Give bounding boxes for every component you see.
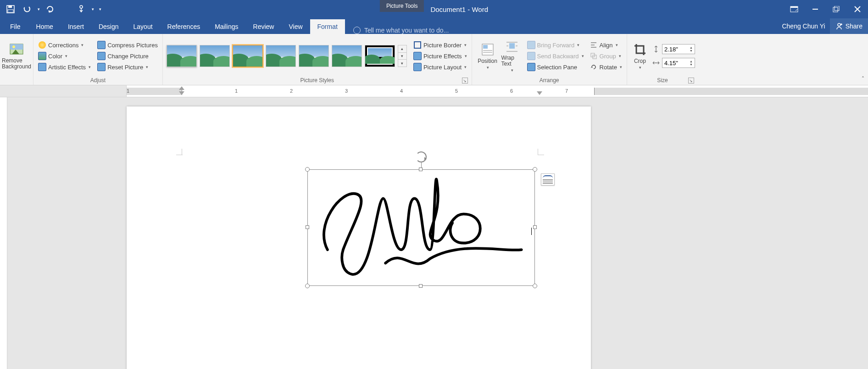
document-title: Document1 - Word bbox=[430, 6, 488, 13]
compress-pictures-button[interactable]: Compress Pictures bbox=[95, 40, 160, 50]
qat-customize[interactable]: ▾ bbox=[96, 1, 104, 17]
align-button[interactable]: Align▾ bbox=[588, 40, 624, 50]
layout-options-button[interactable] bbox=[541, 173, 555, 185]
selection-pane-button[interactable]: Selection Pane bbox=[525, 62, 586, 72]
tab-file[interactable]: File bbox=[2, 19, 29, 34]
style-thumb-4[interactable] bbox=[266, 45, 296, 67]
rotate-icon bbox=[590, 63, 597, 71]
tab-layout[interactable]: Layout bbox=[126, 19, 160, 34]
touch-dropdown[interactable]: ▾ bbox=[90, 1, 95, 17]
style-thumb-2[interactable] bbox=[200, 45, 230, 67]
quick-access-toolbar: ▾ ▾ ▾ bbox=[0, 1, 104, 17]
artistic-effects-button[interactable]: Artistic Effects▾ bbox=[36, 62, 93, 72]
page[interactable] bbox=[127, 106, 591, 369]
right-indent[interactable] bbox=[537, 91, 542, 95]
ribbon-display-options[interactable] bbox=[784, 0, 805, 18]
handle-mid-left[interactable] bbox=[306, 225, 309, 229]
ruler-area: 1 1 2 3 4 5 6 7 bbox=[0, 85, 868, 97]
effects-icon bbox=[413, 52, 422, 60]
collapse-ribbon[interactable]: ˄ bbox=[862, 76, 864, 82]
svg-rect-1 bbox=[8, 6, 12, 8]
picture-styles-gallery[interactable]: ▴▾▾ bbox=[166, 36, 408, 76]
svg-rect-13 bbox=[10, 44, 23, 50]
tell-me-search[interactable]: Tell me what you want to do... bbox=[345, 27, 778, 34]
first-line-indent[interactable] bbox=[179, 86, 184, 90]
reset-picture-icon bbox=[97, 63, 106, 71]
vertical-ruler[interactable] bbox=[0, 97, 7, 369]
change-picture-button[interactable]: Change Picture bbox=[95, 51, 160, 61]
color-button[interactable]: Color▾ bbox=[36, 51, 93, 61]
picture-layout-button[interactable]: Picture Layout▾ bbox=[412, 62, 469, 72]
svg-rect-17 bbox=[483, 45, 488, 49]
redo-button[interactable] bbox=[42, 1, 58, 17]
tab-design[interactable]: Design bbox=[91, 19, 126, 34]
picture-border-button[interactable]: Picture Border▾ bbox=[412, 40, 469, 50]
group-label-size: Size↘ bbox=[630, 76, 695, 85]
handle-mid-right[interactable] bbox=[533, 225, 537, 229]
close-button[interactable] bbox=[847, 0, 868, 18]
tab-home[interactable]: Home bbox=[29, 19, 61, 34]
corrections-icon bbox=[39, 41, 46, 49]
width-input[interactable]: 4.15"▲▼ bbox=[662, 58, 695, 68]
height-input[interactable]: 2.18"▲▼ bbox=[662, 44, 695, 54]
svg-rect-7 bbox=[833, 7, 838, 12]
width-row: 4.15"▲▼ bbox=[652, 58, 695, 68]
wrap-text-button[interactable]: Wrap Text▾ bbox=[501, 36, 523, 76]
rotate-handle[interactable] bbox=[416, 151, 427, 162]
style-thumb-3-selected[interactable] bbox=[233, 45, 263, 67]
handle-top-right[interactable] bbox=[533, 167, 537, 172]
share-button[interactable]: Share bbox=[830, 18, 868, 34]
group-button[interactable]: Group▾ bbox=[588, 51, 624, 61]
undo-button[interactable] bbox=[19, 1, 35, 17]
style-thumb-5[interactable] bbox=[299, 45, 329, 67]
tab-insert[interactable]: Insert bbox=[61, 19, 91, 34]
selection-pane-icon bbox=[527, 63, 535, 71]
maximize-button[interactable] bbox=[826, 0, 847, 18]
ribbon-tabs: File Home Insert Design Layout Reference… bbox=[0, 18, 868, 34]
reset-picture-button[interactable]: Reset Picture▾ bbox=[95, 62, 160, 72]
user-name[interactable]: Cheng Chun Yi bbox=[777, 22, 829, 30]
share-label: Share bbox=[846, 22, 862, 30]
picture-layout-icon bbox=[413, 63, 422, 71]
tell-me-placeholder: Tell me what you want to do... bbox=[364, 27, 449, 34]
compress-icon bbox=[97, 41, 106, 49]
touch-mode-button[interactable] bbox=[73, 1, 89, 17]
remove-background-icon bbox=[9, 42, 24, 57]
handle-bottom-right[interactable] bbox=[533, 284, 537, 288]
tab-references[interactable]: References bbox=[160, 19, 208, 34]
style-thumb-7[interactable] bbox=[365, 45, 395, 67]
handle-bottom-left[interactable] bbox=[305, 284, 310, 288]
style-thumb-6[interactable] bbox=[332, 45, 362, 67]
tab-format[interactable]: Format bbox=[310, 19, 345, 34]
handle-top-mid[interactable] bbox=[419, 168, 423, 171]
lightbulb-icon bbox=[353, 27, 361, 34]
handle-top-left[interactable] bbox=[305, 167, 310, 172]
horizontal-ruler[interactable]: 1 1 2 3 4 5 6 7 bbox=[127, 85, 868, 97]
tab-review[interactable]: Review bbox=[246, 19, 282, 34]
picture-selection[interactable] bbox=[307, 169, 535, 286]
styles-launcher[interactable]: ↘ bbox=[462, 78, 468, 84]
crop-button[interactable]: Crop▾ bbox=[630, 36, 650, 76]
send-backward-button[interactable]: Send Backward▾ bbox=[525, 51, 586, 61]
rotate-button[interactable]: Rotate▾ bbox=[588, 62, 624, 72]
minimize-button[interactable] bbox=[805, 0, 826, 18]
document-canvas[interactable] bbox=[0, 97, 868, 369]
bring-forward-button[interactable]: Bring Forward▾ bbox=[525, 40, 586, 50]
corrections-button[interactable]: Corrections▾ bbox=[36, 40, 93, 50]
svg-rect-15 bbox=[414, 42, 421, 48]
save-button[interactable] bbox=[3, 1, 18, 17]
tab-view[interactable]: View bbox=[281, 19, 310, 34]
hanging-indent[interactable] bbox=[179, 91, 184, 95]
position-button[interactable]: Position▾ bbox=[475, 36, 501, 76]
border-icon bbox=[413, 41, 422, 49]
svg-rect-5 bbox=[790, 6, 798, 8]
gallery-more[interactable]: ▴▾▾ bbox=[398, 45, 407, 67]
style-thumb-1[interactable] bbox=[167, 45, 197, 67]
tab-mailings[interactable]: Mailings bbox=[207, 19, 245, 34]
handle-bottom-mid[interactable] bbox=[419, 284, 423, 288]
remove-background-button[interactable]: Remove Background bbox=[3, 36, 30, 76]
picture-effects-button[interactable]: Picture Effects▾ bbox=[412, 51, 469, 61]
group-label-styles: Picture Styles↘ bbox=[166, 76, 469, 85]
undo-dropdown[interactable]: ▾ bbox=[36, 1, 41, 17]
size-launcher[interactable]: ↘ bbox=[688, 78, 694, 84]
